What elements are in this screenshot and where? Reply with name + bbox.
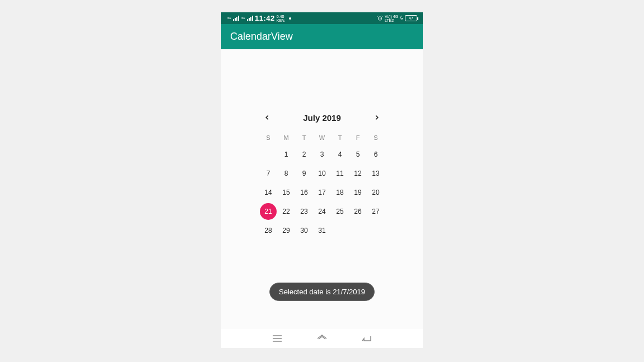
day-of-week-header: T (295, 134, 313, 141)
day-number: 11 (336, 170, 343, 177)
day-cell[interactable]: 3 (313, 149, 331, 160)
day-of-week-header: M (277, 134, 295, 141)
notification-dot-icon (289, 17, 291, 20)
app-title: CalendarView (230, 31, 293, 42)
day-cell[interactable]: 28 (259, 225, 277, 236)
charging-icon: ϟ (400, 16, 403, 21)
day-cell[interactable]: 23 (295, 206, 313, 217)
day-number: 6 (374, 151, 378, 158)
home-button[interactable] (316, 333, 328, 344)
battery-level: 47 (409, 16, 413, 20)
day-of-week-header: S (367, 134, 385, 141)
day-cell[interactable]: 20 (367, 187, 385, 198)
day-cell[interactable]: 6 (367, 149, 385, 160)
app-bar: CalendarView (221, 24, 423, 49)
recent-apps-button[interactable] (272, 333, 283, 344)
signal-bars-2-icon (247, 16, 253, 21)
home-icon (316, 334, 328, 343)
day-cell[interactable]: 18 (331, 187, 349, 198)
chevron-right-icon (373, 114, 381, 121)
day-cell[interactable]: 9 (295, 168, 313, 179)
day-number: 2 (302, 151, 306, 158)
day-cell[interactable]: 29 (277, 225, 295, 236)
day-number: 10 (318, 170, 325, 177)
day-cell[interactable]: 8 (277, 168, 295, 179)
day-cell[interactable]: 7 (259, 168, 277, 179)
day-cell[interactable]: 26 (349, 206, 367, 217)
day-cell[interactable]: 5 (349, 149, 367, 160)
prev-month-button[interactable] (260, 111, 274, 124)
day-number: 18 (336, 189, 343, 196)
status-left: 4G 4G 11:42 0.40 KB/s (227, 14, 291, 22)
day-number: 14 (264, 189, 272, 196)
back-button[interactable] (361, 333, 372, 344)
network-2-label: 4G (241, 16, 245, 20)
day-number: 25 (336, 208, 343, 215)
sim-label-2: LTE2 (385, 18, 394, 22)
day-cell[interactable]: 25 (331, 206, 349, 217)
day-number: 26 (354, 208, 361, 215)
calendar-header: July 2019 (221, 111, 423, 124)
toast-message: Selected date is 21/7/2019 (269, 283, 375, 301)
day-number: 27 (372, 208, 379, 215)
day-cell[interactable]: 17 (313, 187, 331, 198)
day-cell[interactable]: 31 (313, 225, 331, 236)
empty-day-cell (259, 149, 277, 160)
day-of-week-header: S (259, 134, 277, 141)
day-number: 29 (282, 227, 290, 234)
selected-day-cell[interactable]: 21 (259, 206, 277, 217)
calendar-grid: SMTWTFS123456789101112131415161718192021… (221, 134, 423, 236)
day-of-week-header: T (331, 134, 349, 141)
day-cell[interactable]: 4 (331, 149, 349, 160)
toast-text: Selected date is 21/7/2019 (279, 288, 365, 296)
day-number: 24 (318, 208, 325, 215)
day-number: 4 (338, 151, 342, 158)
day-number: 31 (318, 227, 325, 234)
day-number: 19 (354, 189, 361, 196)
calendar-view: July 2019 SMTWTFS12345678910111213141516… (221, 49, 423, 329)
day-cell[interactable]: 2 (295, 149, 313, 160)
day-cell[interactable]: 14 (259, 187, 277, 198)
day-of-week-header: F (349, 134, 367, 141)
day-number: 12 (354, 170, 361, 177)
day-cell[interactable]: 19 (349, 187, 367, 198)
battery-icon: 47 (405, 15, 417, 21)
data-rate-unit: KB/s (277, 18, 285, 22)
status-right: Vo)) 4G LTE2 ϟ 47 (377, 15, 417, 22)
signal-bars-1-icon (233, 16, 239, 21)
day-cell[interactable]: 15 (277, 187, 295, 198)
data-rate: 0.40 KB/s (277, 15, 285, 22)
chevron-left-icon (263, 114, 271, 121)
day-number: 28 (264, 227, 272, 234)
month-year-label: July 2019 (303, 113, 341, 123)
day-number: 13 (372, 170, 379, 177)
day-number: 3 (320, 151, 324, 158)
day-cell[interactable]: 27 (367, 206, 385, 217)
day-number: 20 (372, 189, 379, 196)
day-cell[interactable]: 10 (313, 168, 331, 179)
day-number: 1 (284, 151, 288, 158)
day-number: 22 (282, 208, 290, 215)
day-number: 7 (267, 170, 270, 177)
day-cell[interactable]: 12 (349, 168, 367, 179)
day-number: 9 (302, 170, 306, 177)
day-number: 16 (300, 189, 307, 196)
day-cell[interactable]: 1 (277, 149, 295, 160)
day-cell[interactable]: 13 (367, 168, 385, 179)
day-number: 17 (318, 189, 325, 196)
day-number: 30 (300, 227, 307, 234)
day-of-week-header: W (313, 134, 331, 141)
clock-time: 11:42 (255, 14, 275, 22)
network-1-label: 4G (227, 16, 231, 20)
day-number: 15 (282, 189, 290, 196)
day-number: 8 (284, 170, 288, 177)
day-cell[interactable]: 24 (313, 206, 331, 217)
day-cell[interactable]: 11 (331, 168, 349, 179)
day-cell[interactable]: 30 (295, 225, 313, 236)
next-month-button[interactable] (370, 111, 384, 124)
day-number: 21 (264, 208, 272, 215)
day-cell[interactable]: 22 (277, 206, 295, 217)
day-number: 5 (356, 151, 360, 158)
day-cell[interactable]: 16 (295, 187, 313, 198)
status-bar: 4G 4G 11:42 0.40 KB/s Vo)) 4G LTE2 ϟ 47 (221, 12, 423, 24)
